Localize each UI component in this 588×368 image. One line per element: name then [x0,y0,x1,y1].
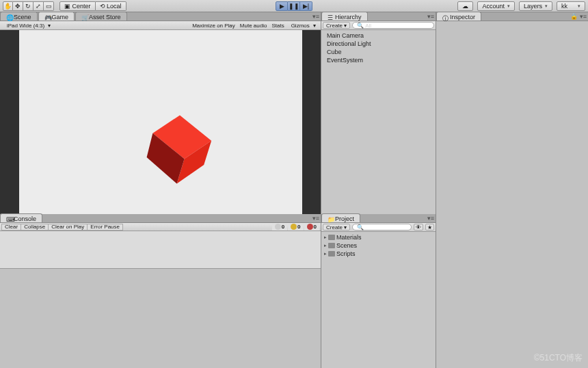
project-folder[interactable]: ▸Scripts [321,250,436,258]
cube-mesh [142,112,217,187]
info-icon [275,224,281,230]
project-context-menu[interactable]: ▾≡ [427,215,434,222]
expand-icon: ▸ [324,235,327,240]
console-toolbar: Clear Collapse Clear on Play Error Pause… [0,223,321,231]
tab-asset-store[interactable]: 🛒Asset Store [75,12,127,21]
hierarchy-item[interactable]: EventSystem [321,56,436,64]
local-icon: ⟲ [100,3,105,10]
hierarchy-context-menu[interactable]: ▾≡ [427,13,434,20]
hierarchy-list: Main Camera Directional Light Cube Event… [321,30,436,214]
hierarchy-create-button[interactable]: Create ▾ [323,22,350,29]
console-body [0,231,321,269]
tab-project[interactable]: 📁Project [321,213,360,222]
console-error-count[interactable]: 0 [304,224,319,231]
project-search-input[interactable]: 🔍 [352,224,412,231]
scale-icon: ⤢ [36,3,41,10]
layers-dropdown[interactable]: Layers [519,1,552,11]
console-clear-on-play-toggle[interactable]: Clear on Play [49,224,88,231]
hierarchy-item[interactable]: Cube [321,48,436,56]
project-tree: ▸Materials ▸Scenes ▸Scripts [321,232,436,368]
hierarchy-tabs: ☰Hierarchy ▾≡ [321,12,436,21]
toolbar-right: ☁ Account Layers kk [457,1,585,11]
expand-icon: ▸ [324,243,327,248]
folder-icon [328,251,335,257]
game-view [0,30,321,214]
tab-scene[interactable]: 🌐Scene [0,12,38,21]
game-view-header: iPad Wide (4:3) ▾ Maximize on Play Mute … [0,21,321,30]
tab-context-menu[interactable]: ▾≡ [312,13,319,20]
mute-audio-toggle[interactable]: Mute audio [238,23,269,29]
tab-console[interactable]: ⌨Console [0,213,42,222]
center-icon: ▣ [64,3,70,10]
hierarchy-item[interactable]: Main Camera [321,31,436,40]
hierarchy-toolbar: Create ▾ 🔍All [321,21,436,30]
transform-tools: ✋ ✥ ↻ ⤢ ▭ [3,1,54,11]
tab-game[interactable]: 🎮Game [38,12,75,21]
hand-tool[interactable]: ✋ [3,1,13,11]
console-details [0,269,321,368]
rotate-tool[interactable]: ↻ [23,1,34,11]
scene-tabs: 🌐Scene 🎮Game 🛒Asset Store ▾≡ [0,12,321,21]
folder-icon [328,235,335,240]
tab-inspector[interactable]: ⓘInspector [436,12,481,21]
project-tabs: 📁Project ▾≡ [321,214,436,223]
console-warn-count[interactable]: 0 [288,224,303,231]
game-icon: 🎮 [44,14,50,20]
pause-button[interactable]: ❚❚ [288,1,300,11]
inspector-icon: ⓘ [442,14,448,20]
console-collapse-toggle[interactable]: Collapse [21,224,49,231]
expand-icon: ▸ [324,251,327,257]
pause-icon: ❚❚ [289,3,299,10]
console-tabs: ⌨Console ▾≡ [0,214,321,223]
console-error-pause-toggle[interactable]: Error Pause [88,224,123,231]
hand-icon: ✋ [4,3,12,10]
console-context-menu[interactable]: ▾≡ [312,215,319,222]
project-save-search-button[interactable]: ★ [425,224,434,231]
project-folder[interactable]: ▸Scenes [321,241,436,250]
rect-tool[interactable]: ▭ [44,1,54,11]
move-tool[interactable]: ✥ [13,1,23,11]
warning-icon [291,224,297,230]
pivot-space-group: ▣ Center ⟲ Local [59,1,126,11]
project-folder[interactable]: ▸Materials [321,233,436,241]
console-clear-button[interactable]: Clear [1,224,21,231]
cloud-button[interactable]: ☁ [457,1,473,11]
cloud-icon: ☁ [462,3,468,10]
folder-icon [328,243,335,248]
move-icon: ✥ [15,3,21,10]
top-toolbar: ✋ ✥ ↻ ⤢ ▭ ▣ Center ⟲ Local ▶ ❚❚ ▶| ☁ Acc… [0,0,588,12]
project-create-button[interactable]: Create ▾ [323,224,350,231]
console-info-count[interactable]: 0 [272,224,287,231]
account-dropdown[interactable]: Account [477,1,515,11]
stats-toggle[interactable]: Stats [269,23,286,29]
play-icon: ▶ [280,3,284,10]
inspector-context-menu[interactable]: 🔒 ▾≡ [570,13,587,20]
layout-dropdown[interactable]: kk [557,1,585,11]
maximize-on-play-toggle[interactable]: Maximize on Play [190,23,237,29]
playback-controls: ▶ ❚❚ ▶| [276,1,312,11]
project-filter-button[interactable]: 👁 [414,224,423,231]
hierarchy-item[interactable]: Directional Light [321,40,436,48]
error-icon [307,224,313,230]
scene-icon: 🌐 [6,14,12,20]
project-icon: 📁 [328,216,333,222]
space-mode-button[interactable]: ⟲ Local [96,1,126,11]
inspector-body [436,21,588,368]
play-button[interactable]: ▶ [276,1,288,11]
console-icon: ⌨ [6,216,12,222]
game-canvas [19,30,302,214]
aspect-dropdown[interactable]: iPad Wide (4:3) ▾ [3,23,53,29]
hierarchy-icon: ☰ [328,14,333,20]
store-icon: 🛒 [81,14,87,20]
step-icon: ▶| [303,3,309,10]
gizmos-toggle[interactable]: Gizmos ▾ [287,23,318,29]
step-button[interactable]: ▶| [300,1,312,11]
project-toolbar: Create ▾ 🔍 👁 ★ [321,223,436,232]
tab-hierarchy[interactable]: ☰Hierarchy [321,12,368,21]
inspector-tabs: ⓘInspector 🔒 ▾≡ [436,12,588,21]
hierarchy-search-input[interactable]: 🔍All [352,22,434,29]
pivot-mode-button[interactable]: ▣ Center [59,1,96,11]
rotate-icon: ↻ [25,3,31,10]
rect-icon: ▭ [46,3,52,10]
scale-tool[interactable]: ⤢ [34,1,44,11]
